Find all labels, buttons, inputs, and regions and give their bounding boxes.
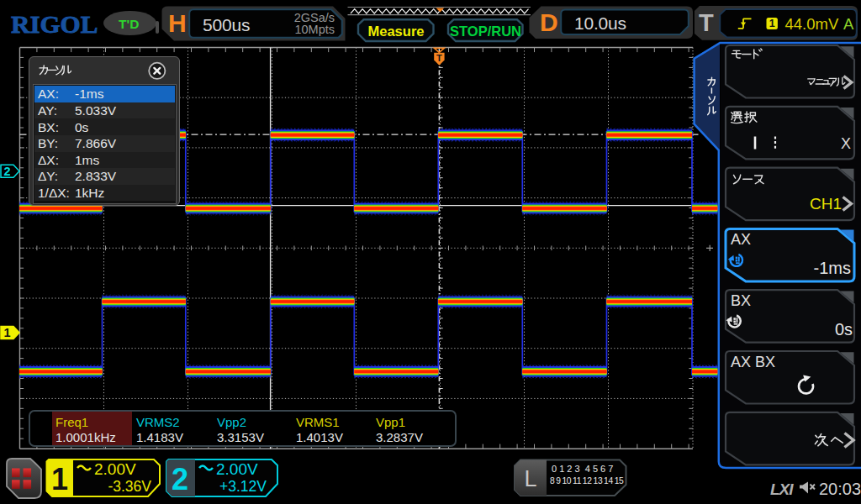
svg-text:2: 2 [172, 462, 188, 496]
svg-text:2: 2 [3, 165, 10, 178]
svg-text:1: 1 [51, 462, 68, 496]
svg-text:L: L [524, 466, 536, 491]
svg-text:1: 1 [769, 18, 775, 29]
svg-text:1: 1 [3, 326, 10, 339]
svg-text:T: T [436, 53, 442, 63]
